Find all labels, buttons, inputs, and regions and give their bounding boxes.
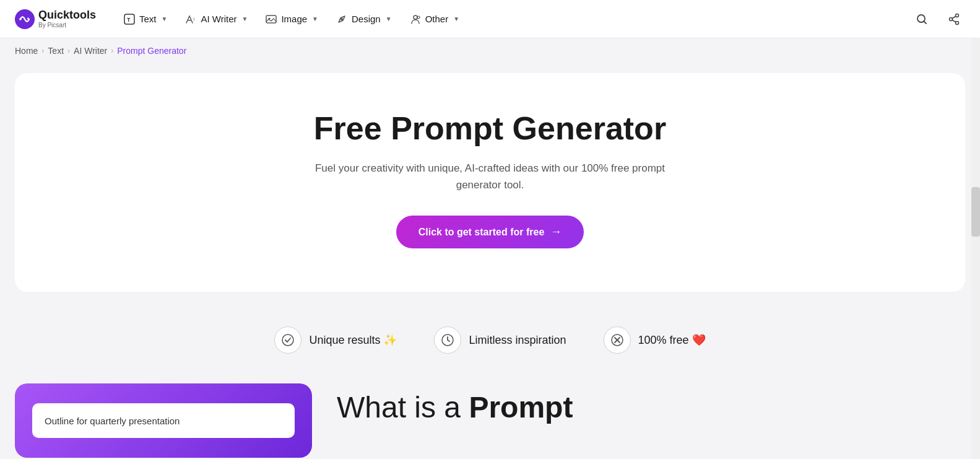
prompt-input-value: Outline for quarterly presentation (45, 416, 180, 426)
svg-point-1 (19, 18, 22, 20)
breadcrumb-sep-1: › (41, 46, 44, 55)
scrollbar-thumb[interactable] (971, 187, 980, 237)
nav-other-label: Other (425, 14, 449, 24)
logo[interactable]: Quicktools By Picsart (15, 9, 96, 29)
cta-arrow-icon: → (550, 225, 562, 238)
logo-icon (15, 9, 35, 29)
ai-writer-icon (184, 13, 197, 25)
what-is-section: What is a Prompt (337, 383, 965, 426)
logo-sub-text: By Picsart (38, 22, 96, 28)
free-label: 100% free ❤️ (638, 333, 706, 347)
image-icon (265, 13, 277, 25)
other-icon (409, 13, 422, 25)
hero-title: Free Prompt Generator (40, 110, 940, 147)
nav-item-other[interactable]: Other ▼ (402, 8, 467, 30)
logo-text: Quicktools By Picsart (38, 9, 96, 28)
hero-wrapper: Free Prompt Generator Fuel your creativi… (0, 63, 980, 302)
logo-main-text: Quicktools (38, 9, 96, 22)
nav-item-image[interactable]: Image ▼ (258, 8, 326, 30)
ai-writer-chevron: ▼ (242, 15, 248, 22)
features-section: Unique results ✨ Limitless inspiration 1… (0, 302, 980, 374)
hero-subtitle: Fuel your creativity with unique, AI-cra… (305, 160, 676, 193)
breadcrumb-current: Prompt Generator (117, 46, 186, 56)
input-card: Outline for quarterly presentation (15, 383, 312, 458)
svg-point-13 (282, 334, 293, 346)
cta-label: Click to get started for free (418, 227, 545, 238)
unique-results-label: Unique results ✨ (309, 333, 397, 347)
design-chevron: ▼ (386, 15, 392, 22)
limitless-icon (434, 326, 461, 354)
share-button[interactable] (943, 8, 965, 30)
svg-point-6 (340, 18, 343, 20)
feature-limitless-inspiration: Limitless inspiration (434, 326, 566, 354)
what-is-bold: Prompt (469, 391, 573, 424)
design-icon (336, 13, 348, 25)
breadcrumb-ai-writer[interactable]: AI Writer (74, 46, 107, 56)
limitless-label: Limitless inspiration (469, 334, 566, 347)
svg-text:T: T (127, 17, 131, 23)
nav-item-text[interactable]: T Text ▼ (116, 8, 175, 30)
nav-image-label: Image (281, 14, 307, 24)
nav-item-ai-writer[interactable]: AI Writer ▼ (177, 8, 255, 30)
svg-rect-4 (266, 15, 276, 23)
breadcrumb-sep-2: › (67, 46, 70, 55)
nav-ai-writer-label: AI Writer (201, 14, 236, 24)
nav-right (911, 8, 965, 30)
text-icon: T (123, 13, 136, 25)
unique-results-icon (274, 326, 301, 354)
svg-point-8 (417, 16, 420, 19)
what-is-prefix: What is a (337, 391, 469, 424)
nav-items: T Text ▼ AI Writer ▼ Image ▼ Desig (116, 8, 911, 30)
text-chevron: ▼ (162, 15, 168, 22)
breadcrumb-sep-3: › (111, 46, 113, 55)
svg-point-12 (956, 21, 959, 24)
free-icon (604, 326, 631, 354)
image-chevron: ▼ (312, 15, 318, 22)
breadcrumb: Home › Text › AI Writer › Prompt Generat… (0, 38, 980, 63)
nav-design-label: Design (352, 14, 381, 24)
navbar: Quicktools By Picsart T Text ▼ AI Writer… (0, 0, 980, 38)
hero-card: Free Prompt Generator Fuel your creativi… (15, 73, 965, 292)
search-button[interactable] (911, 8, 933, 30)
svg-point-7 (414, 15, 417, 19)
bottom-section: Outline for quarterly presentation What … (0, 374, 980, 458)
svg-point-11 (950, 17, 953, 20)
nav-item-design[interactable]: Design ▼ (328, 8, 399, 30)
feature-100-free: 100% free ❤️ (604, 326, 706, 354)
what-is-title: What is a Prompt (337, 390, 965, 426)
svg-point-10 (956, 14, 959, 17)
nav-text-label: Text (139, 14, 157, 24)
scrollbar-track[interactable] (971, 38, 980, 459)
cta-button[interactable]: Click to get started for free → (396, 216, 584, 248)
breadcrumb-text[interactable]: Text (48, 46, 64, 56)
breadcrumb-home[interactable]: Home (15, 46, 38, 56)
feature-unique-results: Unique results ✨ (274, 326, 397, 354)
prompt-input-wrapper[interactable]: Outline for quarterly presentation (32, 403, 295, 438)
other-chevron: ▼ (453, 15, 459, 22)
